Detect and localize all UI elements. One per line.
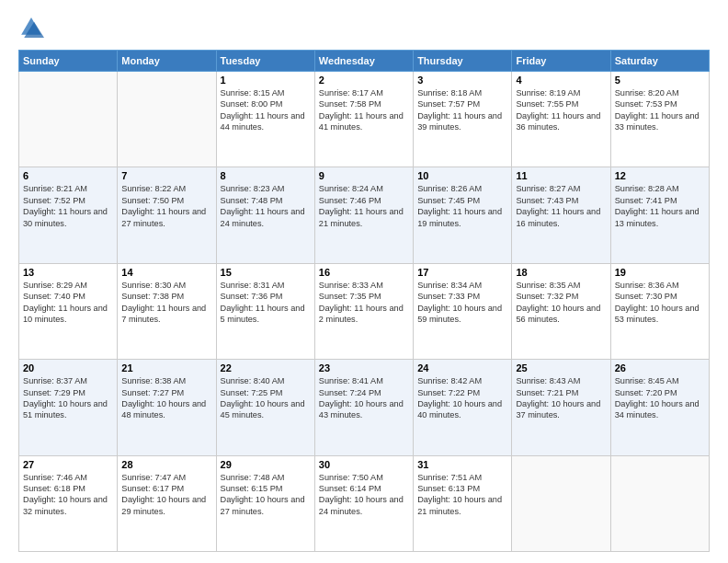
day-number: 1: [221, 75, 311, 86]
day-info: Sunrise: 8:23 AM Sunset: 7:48 PM Dayligh…: [221, 183, 311, 229]
col-header-monday: Monday: [118, 51, 216, 72]
logo: [18, 15, 48, 40]
calendar-cell: 10Sunrise: 8:26 AM Sunset: 7:45 PM Dayli…: [414, 167, 512, 263]
col-header-thursday: Thursday: [414, 51, 512, 72]
calendar-cell: [19, 72, 118, 167]
col-header-saturday: Saturday: [610, 51, 709, 72]
day-info: Sunrise: 8:24 AM Sunset: 7:46 PM Dayligh…: [319, 183, 409, 229]
calendar-cell: 8Sunrise: 8:23 AM Sunset: 7:48 PM Daylig…: [216, 167, 314, 263]
day-info: Sunrise: 8:20 AM Sunset: 7:53 PM Dayligh…: [615, 87, 705, 133]
day-info: Sunrise: 8:31 AM Sunset: 7:36 PM Dayligh…: [221, 280, 311, 326]
day-number: 21: [121, 362, 211, 373]
day-info: Sunrise: 8:33 AM Sunset: 7:35 PM Dayligh…: [319, 280, 409, 326]
day-number: 22: [221, 362, 311, 373]
day-info: Sunrise: 8:43 AM Sunset: 7:21 PM Dayligh…: [516, 375, 606, 421]
day-number: 24: [417, 362, 507, 373]
calendar-cell: 11Sunrise: 8:27 AM Sunset: 7:43 PM Dayli…: [512, 167, 610, 263]
calendar: SundayMondayTuesdayWednesdayThursdayFrid…: [18, 50, 710, 552]
day-info: Sunrise: 8:22 AM Sunset: 7:50 PM Dayligh…: [121, 183, 211, 229]
calendar-cell: 9Sunrise: 8:24 AM Sunset: 7:46 PM Daylig…: [314, 167, 413, 263]
day-number: 25: [516, 362, 606, 373]
day-number: 16: [319, 267, 409, 278]
col-header-friday: Friday: [512, 51, 610, 72]
calendar-cell: 24Sunrise: 8:42 AM Sunset: 7:22 PM Dayli…: [414, 360, 512, 455]
day-info: Sunrise: 8:17 AM Sunset: 7:58 PM Dayligh…: [319, 87, 409, 133]
day-info: Sunrise: 7:51 AM Sunset: 6:13 PM Dayligh…: [417, 472, 507, 518]
day-number: 20: [23, 362, 113, 373]
day-info: Sunrise: 8:28 AM Sunset: 7:41 PM Dayligh…: [615, 183, 705, 229]
calendar-cell: 30Sunrise: 7:50 AM Sunset: 6:14 PM Dayli…: [314, 455, 413, 551]
day-number: 5: [615, 75, 705, 86]
day-number: 26: [615, 362, 705, 373]
day-info: Sunrise: 7:46 AM Sunset: 6:18 PM Dayligh…: [23, 472, 113, 518]
calendar-cell: 7Sunrise: 8:22 AM Sunset: 7:50 PM Daylig…: [118, 167, 216, 263]
day-info: Sunrise: 8:19 AM Sunset: 7:55 PM Dayligh…: [516, 87, 606, 133]
day-info: Sunrise: 8:41 AM Sunset: 7:24 PM Dayligh…: [319, 375, 409, 421]
calendar-cell: 27Sunrise: 7:46 AM Sunset: 6:18 PM Dayli…: [19, 455, 118, 551]
day-number: 14: [121, 267, 211, 278]
calendar-cell: 29Sunrise: 7:48 AM Sunset: 6:15 PM Dayli…: [216, 455, 314, 551]
day-number: 19: [615, 267, 705, 278]
calendar-cell: [118, 72, 216, 167]
day-info: Sunrise: 8:40 AM Sunset: 7:25 PM Dayligh…: [221, 375, 311, 421]
day-number: 18: [516, 267, 606, 278]
calendar-cell: 31Sunrise: 7:51 AM Sunset: 6:13 PM Dayli…: [414, 455, 512, 551]
day-info: Sunrise: 7:48 AM Sunset: 6:15 PM Dayligh…: [221, 472, 311, 518]
day-number: 6: [23, 170, 113, 181]
calendar-cell: 28Sunrise: 7:47 AM Sunset: 6:17 PM Dayli…: [118, 455, 216, 551]
calendar-cell: 26Sunrise: 8:45 AM Sunset: 7:20 PM Dayli…: [610, 360, 709, 455]
day-info: Sunrise: 8:15 AM Sunset: 8:00 PM Dayligh…: [221, 87, 311, 133]
day-number: 27: [23, 459, 113, 470]
col-header-wednesday: Wednesday: [314, 51, 413, 72]
day-number: 10: [417, 170, 507, 181]
day-number: 29: [221, 459, 311, 470]
day-number: 11: [516, 170, 606, 181]
day-info: Sunrise: 8:34 AM Sunset: 7:33 PM Dayligh…: [417, 280, 507, 326]
day-info: Sunrise: 7:47 AM Sunset: 6:17 PM Dayligh…: [121, 472, 211, 518]
col-header-tuesday: Tuesday: [216, 51, 314, 72]
calendar-cell: 2Sunrise: 8:17 AM Sunset: 7:58 PM Daylig…: [314, 72, 413, 167]
calendar-cell: 19Sunrise: 8:36 AM Sunset: 7:30 PM Dayli…: [610, 263, 709, 359]
calendar-cell: 23Sunrise: 8:41 AM Sunset: 7:24 PM Dayli…: [314, 360, 413, 455]
calendar-cell: 1Sunrise: 8:15 AM Sunset: 8:00 PM Daylig…: [216, 72, 314, 167]
day-number: 17: [417, 267, 507, 278]
day-info: Sunrise: 7:50 AM Sunset: 6:14 PM Dayligh…: [319, 472, 409, 518]
calendar-cell: 17Sunrise: 8:34 AM Sunset: 7:33 PM Dayli…: [414, 263, 512, 359]
calendar-cell: 25Sunrise: 8:43 AM Sunset: 7:21 PM Dayli…: [512, 360, 610, 455]
day-info: Sunrise: 8:30 AM Sunset: 7:38 PM Dayligh…: [121, 280, 211, 326]
calendar-cell: 12Sunrise: 8:28 AM Sunset: 7:41 PM Dayli…: [610, 167, 709, 263]
day-number: 2: [319, 75, 409, 86]
calendar-cell: 5Sunrise: 8:20 AM Sunset: 7:53 PM Daylig…: [610, 72, 709, 167]
calendar-cell: 4Sunrise: 8:19 AM Sunset: 7:55 PM Daylig…: [512, 72, 610, 167]
calendar-cell: 15Sunrise: 8:31 AM Sunset: 7:36 PM Dayli…: [216, 263, 314, 359]
day-number: 7: [121, 170, 211, 181]
day-number: 13: [23, 267, 113, 278]
day-info: Sunrise: 8:37 AM Sunset: 7:29 PM Dayligh…: [23, 375, 113, 421]
day-info: Sunrise: 8:21 AM Sunset: 7:52 PM Dayligh…: [23, 183, 113, 229]
day-number: 12: [615, 170, 705, 181]
day-number: 4: [516, 75, 606, 86]
day-info: Sunrise: 8:36 AM Sunset: 7:30 PM Dayligh…: [615, 280, 705, 326]
day-info: Sunrise: 8:35 AM Sunset: 7:32 PM Dayligh…: [516, 280, 606, 326]
calendar-cell: 13Sunrise: 8:29 AM Sunset: 7:40 PM Dayli…: [19, 263, 118, 359]
day-info: Sunrise: 8:18 AM Sunset: 7:57 PM Dayligh…: [417, 87, 507, 133]
calendar-cell: 3Sunrise: 8:18 AM Sunset: 7:57 PM Daylig…: [414, 72, 512, 167]
day-info: Sunrise: 8:26 AM Sunset: 7:45 PM Dayligh…: [417, 183, 507, 229]
logo-icon: [18, 15, 44, 40]
day-number: 28: [121, 459, 211, 470]
day-number: 3: [417, 75, 507, 86]
calendar-cell: 21Sunrise: 8:38 AM Sunset: 7:27 PM Dayli…: [118, 360, 216, 455]
calendar-cell: 6Sunrise: 8:21 AM Sunset: 7:52 PM Daylig…: [19, 167, 118, 263]
calendar-cell: 22Sunrise: 8:40 AM Sunset: 7:25 PM Dayli…: [216, 360, 314, 455]
calendar-cell: [512, 455, 610, 551]
calendar-cell: 16Sunrise: 8:33 AM Sunset: 7:35 PM Dayli…: [314, 263, 413, 359]
calendar-cell: 20Sunrise: 8:37 AM Sunset: 7:29 PM Dayli…: [19, 360, 118, 455]
calendar-cell: 18Sunrise: 8:35 AM Sunset: 7:32 PM Dayli…: [512, 263, 610, 359]
day-info: Sunrise: 8:27 AM Sunset: 7:43 PM Dayligh…: [516, 183, 606, 229]
calendar-cell: [610, 455, 709, 551]
day-info: Sunrise: 8:42 AM Sunset: 7:22 PM Dayligh…: [417, 375, 507, 421]
day-info: Sunrise: 8:29 AM Sunset: 7:40 PM Dayligh…: [23, 280, 113, 326]
day-info: Sunrise: 8:45 AM Sunset: 7:20 PM Dayligh…: [615, 375, 705, 421]
day-info: Sunrise: 8:38 AM Sunset: 7:27 PM Dayligh…: [121, 375, 211, 421]
day-number: 31: [417, 459, 507, 470]
